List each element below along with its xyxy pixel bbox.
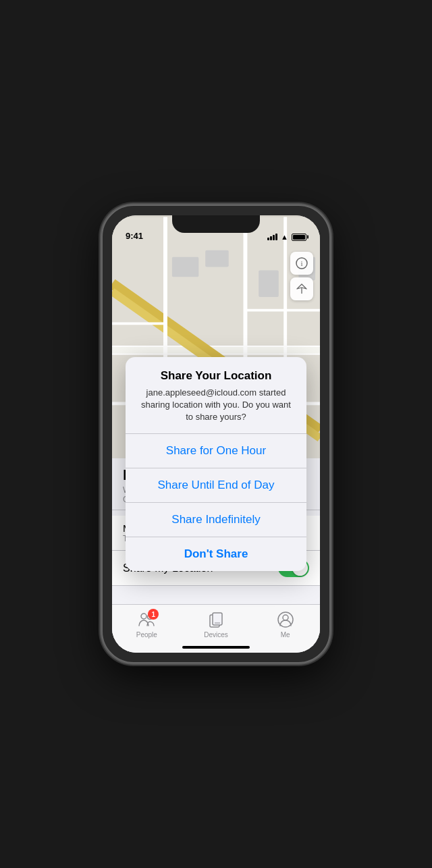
- svg-rect-16: [205, 250, 229, 267]
- phone-screen: 9:41 ▲: [112, 215, 320, 653]
- people-badge: 1: [148, 609, 159, 620]
- share-end-of-day-button[interactable]: Share Until End of Day: [126, 468, 306, 503]
- tab-people[interactable]: 1 People: [112, 610, 182, 639]
- devices-tab-label: Devices: [204, 631, 228, 639]
- share-indefinitely-button[interactable]: Share Indefinitely: [126, 503, 306, 537]
- map-buttons: i: [290, 252, 313, 300]
- status-icons: ▲: [267, 233, 306, 241]
- signal-bar-3: [273, 235, 275, 240]
- devices-tab-icon: [207, 610, 225, 629]
- svg-point-29: [283, 615, 288, 620]
- share-one-hour-button[interactable]: Share for One Hour: [126, 434, 306, 468]
- svg-point-23: [141, 614, 146, 619]
- dont-share-button[interactable]: Don't Share: [126, 537, 306, 571]
- me-tab-icon: [276, 610, 295, 629]
- signal-bar-2: [270, 236, 272, 240]
- alert-title: Share Your Location: [139, 369, 293, 383]
- alert-dialog: Share Your Location jane.appleseed@iclou…: [126, 357, 306, 571]
- signal-bars-icon: [267, 234, 277, 240]
- people-tab-icon: 1: [137, 610, 156, 629]
- tab-me[interactable]: Me: [250, 610, 320, 639]
- alert-message: jane.appleseed@icloud.com started sharin…: [139, 387, 293, 424]
- svg-text:i: i: [300, 259, 302, 267]
- home-indicator: [182, 646, 250, 649]
- svg-rect-17: [259, 270, 279, 296]
- wifi-icon: ▲: [281, 233, 288, 241]
- phone-frame: 9:41 ▲: [101, 205, 331, 663]
- people-tab-label: People: [136, 631, 157, 639]
- power-button[interactable]: [329, 314, 331, 368]
- alert-header: Share Your Location jane.appleseed@iclou…: [126, 357, 306, 434]
- volume-down-button[interactable]: [101, 304, 103, 342]
- location-button[interactable]: [290, 277, 313, 300]
- silent-switch[interactable]: [101, 350, 103, 387]
- me-tab-label: Me: [281, 631, 290, 639]
- battery-fill: [293, 235, 305, 240]
- info-button[interactable]: i: [290, 252, 313, 275]
- volume-up-button[interactable]: [101, 273, 103, 295]
- status-time: 9:41: [126, 231, 143, 241]
- svg-rect-15: [172, 257, 198, 277]
- signal-bar-1: [267, 238, 269, 240]
- notch: [172, 215, 260, 233]
- battery-icon: [292, 234, 306, 241]
- tab-devices[interactable]: Devices: [182, 610, 251, 639]
- signal-bar-4: [275, 234, 277, 240]
